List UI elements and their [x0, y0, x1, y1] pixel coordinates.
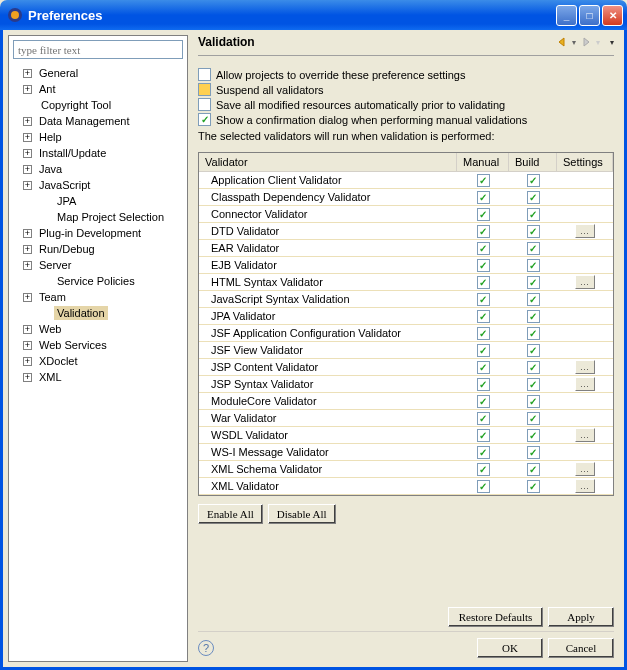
table-row[interactable]: WS-I Message Validator: [199, 444, 613, 461]
settings-button[interactable]: ...: [575, 377, 595, 391]
manual-checkbox[interactable]: [477, 174, 490, 187]
enable-all-button[interactable]: Enable All: [198, 504, 263, 524]
build-checkbox[interactable]: [527, 378, 540, 391]
table-row[interactable]: Classpath Dependency Validator: [199, 189, 613, 206]
expand-icon[interactable]: +: [23, 181, 32, 190]
tree-item[interactable]: +Web: [11, 321, 185, 337]
build-checkbox[interactable]: [527, 446, 540, 459]
tree-item[interactable]: +Data Management: [11, 113, 185, 129]
tree-item[interactable]: JPA: [11, 193, 185, 209]
tree-item[interactable]: +Team: [11, 289, 185, 305]
table-row[interactable]: JavaScript Syntax Validation: [199, 291, 613, 308]
settings-button[interactable]: ...: [575, 360, 595, 374]
build-checkbox[interactable]: [527, 293, 540, 306]
tree-item[interactable]: +XDoclet: [11, 353, 185, 369]
build-checkbox[interactable]: [527, 310, 540, 323]
maximize-button[interactable]: □: [579, 5, 600, 26]
manual-checkbox[interactable]: [477, 412, 490, 425]
build-checkbox[interactable]: [527, 208, 540, 221]
manual-checkbox[interactable]: [477, 395, 490, 408]
apply-button[interactable]: Apply: [548, 607, 614, 627]
ok-button[interactable]: OK: [477, 638, 543, 658]
tree-item[interactable]: Service Policies: [11, 273, 185, 289]
build-checkbox[interactable]: [527, 480, 540, 493]
manual-checkbox[interactable]: [477, 463, 490, 476]
expand-icon[interactable]: +: [23, 245, 32, 254]
table-row[interactable]: JSF Application Configuration Validator: [199, 325, 613, 342]
build-checkbox[interactable]: [527, 429, 540, 442]
preferences-tree[interactable]: +General+AntCopyright Tool+Data Manageme…: [9, 63, 187, 661]
manual-checkbox[interactable]: [477, 242, 490, 255]
expand-icon[interactable]: +: [23, 357, 32, 366]
tree-item[interactable]: Copyright Tool: [11, 97, 185, 113]
disable-all-button[interactable]: Disable All: [268, 504, 336, 524]
tree-item[interactable]: +General: [11, 65, 185, 81]
help-icon[interactable]: ?: [198, 640, 214, 656]
confirm-checkbox[interactable]: [198, 113, 211, 126]
saveall-checkbox[interactable]: [198, 98, 211, 111]
menu-dropdown-icon[interactable]: ▾: [610, 38, 614, 47]
cancel-button[interactable]: Cancel: [548, 638, 614, 658]
manual-checkbox[interactable]: [477, 446, 490, 459]
manual-checkbox[interactable]: [477, 225, 490, 238]
close-button[interactable]: ✕: [602, 5, 623, 26]
expand-icon[interactable]: +: [23, 133, 32, 142]
suspend-checkbox[interactable]: [198, 83, 211, 96]
col-build[interactable]: Build: [509, 153, 557, 171]
table-row[interactable]: XML Schema Validator...: [199, 461, 613, 478]
build-checkbox[interactable]: [527, 344, 540, 357]
build-checkbox[interactable]: [527, 225, 540, 238]
table-row[interactable]: DTD Validator...: [199, 223, 613, 240]
back-dropdown-icon[interactable]: ▾: [572, 38, 576, 47]
tree-item[interactable]: +Server: [11, 257, 185, 273]
override-checkbox[interactable]: [198, 68, 211, 81]
build-checkbox[interactable]: [527, 463, 540, 476]
manual-checkbox[interactable]: [477, 208, 490, 221]
manual-checkbox[interactable]: [477, 259, 490, 272]
tree-item[interactable]: Map Project Selection: [11, 209, 185, 225]
tree-item[interactable]: +Install/Update: [11, 145, 185, 161]
build-checkbox[interactable]: [527, 259, 540, 272]
manual-checkbox[interactable]: [477, 344, 490, 357]
manual-checkbox[interactable]: [477, 361, 490, 374]
table-row[interactable]: EJB Validator: [199, 257, 613, 274]
table-row[interactable]: WSDL Validator...: [199, 427, 613, 444]
tree-item[interactable]: +Ant: [11, 81, 185, 97]
expand-icon[interactable]: +: [23, 261, 32, 270]
expand-icon[interactable]: +: [23, 149, 32, 158]
table-row[interactable]: JSP Content Validator...: [199, 359, 613, 376]
tree-item[interactable]: +Java: [11, 161, 185, 177]
manual-checkbox[interactable]: [477, 191, 490, 204]
expand-icon[interactable]: +: [23, 69, 32, 78]
expand-icon[interactable]: +: [23, 373, 32, 382]
expand-icon[interactable]: +: [23, 85, 32, 94]
settings-button[interactable]: ...: [575, 462, 595, 476]
manual-checkbox[interactable]: [477, 310, 490, 323]
manual-checkbox[interactable]: [477, 276, 490, 289]
minimize-button[interactable]: _: [556, 5, 577, 26]
expand-icon[interactable]: +: [23, 293, 32, 302]
build-checkbox[interactable]: [527, 174, 540, 187]
tree-item[interactable]: +Help: [11, 129, 185, 145]
build-checkbox[interactable]: [527, 361, 540, 374]
table-row[interactable]: ModuleCore Validator: [199, 393, 613, 410]
tree-item[interactable]: +Plug-in Development: [11, 225, 185, 241]
expand-icon[interactable]: +: [23, 341, 32, 350]
manual-checkbox[interactable]: [477, 327, 490, 340]
table-row[interactable]: EAR Validator: [199, 240, 613, 257]
table-row[interactable]: JPA Validator: [199, 308, 613, 325]
tree-item[interactable]: +Run/Debug: [11, 241, 185, 257]
build-checkbox[interactable]: [527, 395, 540, 408]
table-row[interactable]: JSP Syntax Validator...: [199, 376, 613, 393]
manual-checkbox[interactable]: [477, 378, 490, 391]
col-validator[interactable]: Validator: [199, 153, 457, 171]
table-row[interactable]: XML Validator...: [199, 478, 613, 495]
expand-icon[interactable]: +: [23, 325, 32, 334]
table-row[interactable]: War Validator: [199, 410, 613, 427]
back-icon[interactable]: [555, 35, 569, 49]
tree-item[interactable]: Validation: [11, 305, 185, 321]
manual-checkbox[interactable]: [477, 293, 490, 306]
filter-input[interactable]: [13, 40, 183, 59]
table-row[interactable]: JSF View Validator: [199, 342, 613, 359]
build-checkbox[interactable]: [527, 242, 540, 255]
